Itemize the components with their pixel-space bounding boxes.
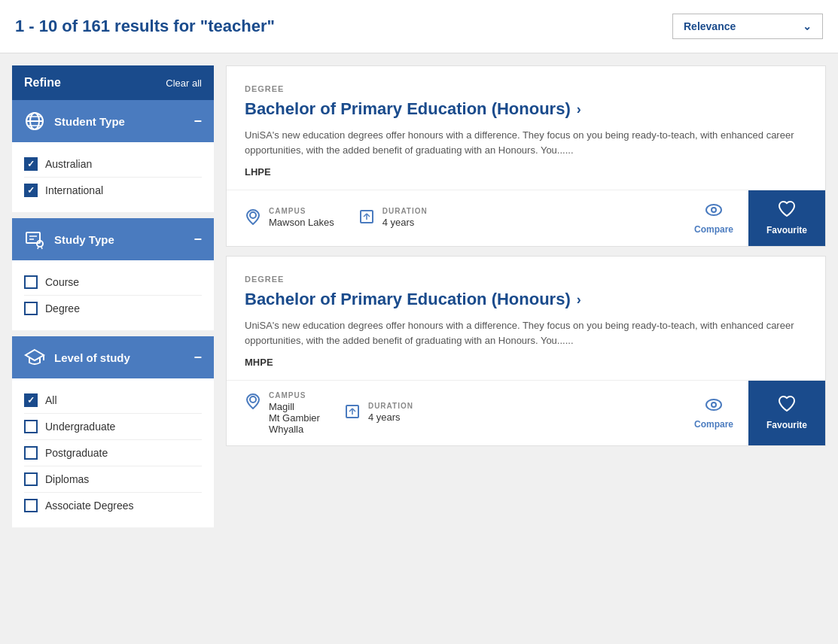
- results-title: 1 - 10 of 161 results for "teacher": [15, 17, 275, 36]
- card-title-2[interactable]: Bachelor of Primary Education (Honours) …: [245, 290, 807, 309]
- label-associate-degrees: Associate Degrees: [45, 500, 134, 512]
- checkbox-all[interactable]: [24, 393, 38, 407]
- card-title-1[interactable]: Bachelor of Primary Education (Honours) …: [245, 99, 807, 119]
- study-type-header[interactable]: Study Type −: [12, 218, 214, 260]
- card-title-arrow-1: ›: [577, 102, 581, 117]
- sidebar: Refine Clear all Student Type: [12, 65, 214, 527]
- chevron-down-icon: ⌄: [803, 20, 812, 32]
- student-type-section: Student Type − Australian International: [12, 100, 214, 212]
- card-body-1: DEGREE Bachelor of Primary Education (Ho…: [227, 66, 825, 190]
- heart-icon-2: [778, 396, 796, 417]
- results-area: DEGREE Bachelor of Primary Education (Ho…: [226, 65, 826, 527]
- student-type-header[interactable]: Student Type −: [12, 100, 214, 142]
- label-international: International: [45, 184, 103, 196]
- duration-value-1: 4 years: [382, 217, 428, 228]
- svg-point-26: [712, 402, 716, 407]
- favourite-button-1[interactable]: Favourite: [748, 190, 825, 246]
- svg-point-20: [250, 396, 256, 402]
- study-type-collapse-icon: −: [194, 232, 202, 248]
- duration-label-1: DURATION: [382, 207, 428, 215]
- refine-header: Refine Clear all: [12, 65, 214, 100]
- level-of-study-body: All Undergraduate Postgraduate Diplomas: [12, 378, 214, 527]
- result-card-1: DEGREE Bachelor of Primary Education (Ho…: [226, 65, 826, 247]
- graduation-cap-icon: [24, 347, 45, 368]
- compare-label-1: Compare: [694, 224, 733, 235]
- card-code-1: LHPE: [245, 166, 807, 178]
- campus-label-1: CAMPUS: [269, 207, 334, 215]
- campus-value-2: Magill Mt Gambier Whyalla: [269, 401, 320, 435]
- svg-line-10: [41, 247, 42, 249]
- location-icon-2: [245, 393, 261, 414]
- label-course: Course: [45, 276, 79, 288]
- campus-value-1: Mawson Lakes: [269, 217, 334, 228]
- refine-title: Refine: [24, 76, 61, 90]
- label-degree: Degree: [45, 302, 80, 314]
- favourite-button-2[interactable]: Favourite: [748, 381, 825, 445]
- level-of-study-title: Level of study: [54, 351, 130, 364]
- filter-item-international: International: [24, 178, 202, 203]
- svg-point-19: [712, 208, 716, 212]
- filter-item-associate-degrees: Associate Degrees: [24, 493, 202, 518]
- svg-line-9: [38, 247, 38, 249]
- checkbox-course[interactable]: [24, 275, 38, 289]
- label-postgraduate: Postgraduate: [45, 447, 108, 459]
- card-actions-1: Compare Favourite: [679, 190, 825, 246]
- card-actions-2: Compare Favourite: [679, 381, 825, 445]
- eye-icon-1: [705, 202, 723, 221]
- duration-meta-2: DURATION 4 years: [344, 402, 413, 424]
- duration-label-2: DURATION: [368, 402, 413, 410]
- svg-point-18: [706, 205, 721, 215]
- checkbox-associate-degrees[interactable]: [24, 499, 38, 512]
- card-body-2: DEGREE Bachelor of Primary Education (Ho…: [227, 257, 825, 380]
- study-type-section: Study Type − Course Degree: [12, 218, 214, 330]
- clear-all-button[interactable]: Clear all: [166, 77, 202, 89]
- card-footer-1: CAMPUS Mawson Lakes: [227, 190, 825, 246]
- study-type-body: Course Degree: [12, 260, 214, 330]
- location-icon-1: [245, 208, 261, 229]
- level-study-collapse-icon: −: [194, 350, 202, 366]
- filter-item-course: Course: [24, 269, 202, 296]
- filter-item-undergraduate: Undergraduate: [24, 414, 202, 440]
- level-of-study-header[interactable]: Level of study −: [12, 336, 214, 378]
- campus-meta-1: CAMPUS Mawson Lakes: [245, 207, 334, 229]
- label-undergraduate: Undergraduate: [45, 421, 115, 433]
- sort-label: Relevance: [684, 20, 736, 32]
- svg-point-25: [706, 399, 721, 410]
- label-all: All: [45, 394, 57, 406]
- globe-icon: [24, 111, 45, 132]
- study-type-title: Study Type: [54, 233, 114, 246]
- header-bar: 1 - 10 of 161 results for "teacher" Rele…: [0, 0, 838, 53]
- card-type-2: DEGREE: [245, 275, 807, 284]
- svg-point-13: [250, 212, 256, 218]
- collapse-icon: −: [194, 114, 202, 129]
- checkbox-australian[interactable]: [24, 157, 38, 171]
- checkbox-degree[interactable]: [24, 302, 38, 315]
- card-description-2: UniSA's new education degrees offer hono…: [245, 318, 807, 348]
- checkbox-undergraduate[interactable]: [24, 420, 38, 433]
- card-footer-2: CAMPUS Magill Mt Gambier Whyalla: [227, 380, 825, 445]
- compare-button-2[interactable]: Compare: [679, 381, 748, 445]
- duration-meta-1: DURATION 4 years: [358, 207, 428, 229]
- filter-item-all: All: [24, 387, 202, 414]
- checkbox-international[interactable]: [24, 184, 38, 197]
- duration-icon-2: [344, 403, 361, 424]
- campus-label-2: CAMPUS: [269, 391, 320, 399]
- card-description-1: UniSA's new education degrees offer hono…: [245, 128, 807, 157]
- checkbox-diplomas[interactable]: [24, 472, 38, 486]
- result-card-2: DEGREE Bachelor of Primary Education (Ho…: [226, 256, 826, 446]
- heart-icon-1: [778, 201, 796, 222]
- compare-button-1[interactable]: Compare: [679, 190, 748, 246]
- card-title-arrow-2: ›: [577, 292, 581, 308]
- compare-label-2: Compare: [694, 419, 733, 430]
- eye-icon-2: [705, 396, 723, 416]
- label-diplomas: Diplomas: [45, 473, 89, 485]
- filter-item-diplomas: Diplomas: [24, 466, 202, 493]
- level-of-study-section: Level of study − All Undergraduate: [12, 336, 214, 527]
- svg-marker-11: [26, 350, 44, 360]
- checkbox-postgraduate[interactable]: [24, 446, 38, 460]
- duration-icon-1: [358, 208, 375, 229]
- sort-dropdown[interactable]: Relevance ⌄: [672, 14, 823, 39]
- certificate-icon: [24, 229, 45, 250]
- card-meta-1: CAMPUS Mawson Lakes: [227, 190, 679, 246]
- card-type-1: DEGREE: [245, 84, 807, 93]
